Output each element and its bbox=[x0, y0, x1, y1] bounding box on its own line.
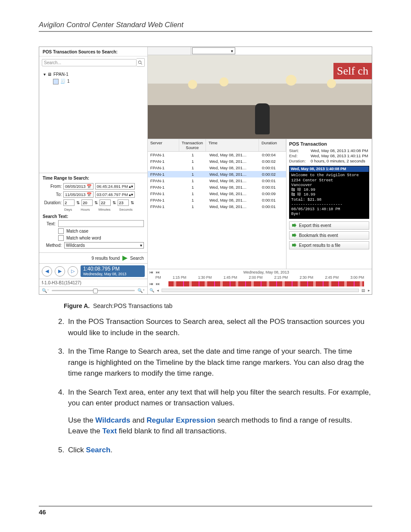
prev-button[interactable]: ◀ bbox=[42, 266, 52, 277]
timeline-tick: 2:15 PM bbox=[274, 275, 288, 280]
playback-controls: ◀ ▶ ▷ 1:40:08.795 PM Wednesday, May 08, … bbox=[39, 263, 147, 279]
timeline[interactable]: ⏮⏭ Wednesday, May 08, 2013 PM1:15 PM1:30… bbox=[148, 269, 372, 294]
timeline-first-icon[interactable]: ⏮ bbox=[149, 270, 153, 274]
page-number: 46 bbox=[39, 506, 372, 516]
method-label: Method: bbox=[43, 243, 62, 248]
to-date-input[interactable]: 11/05/2013 📅 bbox=[63, 191, 93, 198]
spinner-icon[interactable]: ▴▾ bbox=[129, 184, 133, 189]
action-button[interactable]: Bookmark this event bbox=[289, 231, 369, 240]
col-time[interactable]: Time bbox=[206, 139, 259, 151]
timeline-tick: 2:45 PM bbox=[325, 275, 339, 280]
figure-caption: Figure A. Search:POS Transactions tab bbox=[64, 302, 372, 309]
receipt-line: Bye! bbox=[291, 212, 367, 217]
match-case-label: Match case bbox=[66, 229, 88, 233]
action-button[interactable]: Export results to a file bbox=[289, 241, 369, 249]
timestamp-time: 1:40:08.795 PM bbox=[83, 266, 142, 272]
timeline-menu-icon[interactable]: ▤ bbox=[361, 288, 365, 292]
table-row[interactable]: FPAN-11Wed, May 08, 201…0:00:09 bbox=[148, 190, 286, 197]
method-select[interactable]: Wildcards▾ bbox=[64, 242, 144, 249]
results-table: Server Transaction Source Time Duration … bbox=[148, 139, 286, 269]
server-icon: 🖥 bbox=[47, 71, 52, 78]
search-text-input[interactable] bbox=[58, 220, 144, 227]
tree-root[interactable]: ▾ 🖥 FPAN-1 bbox=[44, 71, 143, 78]
search-text-label: Search Text: bbox=[43, 214, 68, 219]
table-row[interactable]: FPAN-11Wed, May 08, 201…0:00:01 bbox=[148, 177, 286, 184]
source-tree: ▾ 🖥 FPAN-1 🧾 1 bbox=[39, 68, 147, 173]
days-label: Days bbox=[64, 208, 72, 212]
table-row[interactable]: FPAN-11Wed, May 08, 201…0:00:02 bbox=[148, 158, 286, 165]
chevron-down-icon: ▾ bbox=[140, 243, 142, 248]
checkbox-icon[interactable] bbox=[53, 79, 59, 84]
match-whole-checkbox[interactable] bbox=[58, 235, 64, 241]
timeline-zoom-icon[interactable]: 🔍 bbox=[149, 288, 154, 292]
duration-seconds[interactable] bbox=[118, 199, 129, 206]
from-time-input[interactable]: 06:45:24.891 PM ▴▾ bbox=[95, 183, 135, 190]
timeline-next-icon[interactable]: ⏭ bbox=[156, 282, 160, 286]
table-row[interactable]: FPAN-11Wed, May 08, 201…0:00:02 bbox=[148, 171, 286, 177]
panel-handle[interactable] bbox=[148, 47, 191, 55]
chevron-down-icon: ▾ bbox=[231, 49, 233, 53]
from-date-input[interactable]: 08/05/2013 📅 bbox=[63, 183, 93, 190]
table-row[interactable]: FPAN-11Wed, May 08, 201…0:00:04 bbox=[148, 152, 286, 158]
results-count: 9 results found bbox=[91, 256, 120, 261]
table-row[interactable]: FPAN-11Wed, May 08, 201…0:00:01 bbox=[148, 203, 286, 210]
dur-label: Duration: bbox=[289, 159, 308, 163]
start-label: Start: bbox=[289, 148, 308, 153]
table-row[interactable]: FPAN-11Wed, May 08, 201…0:00:01 bbox=[148, 165, 286, 171]
timeline-tick: PM bbox=[156, 275, 161, 280]
layout-dropdown[interactable]: ▾ bbox=[192, 47, 235, 54]
to-time-input[interactable]: 03:07:48.797 PM ▴▾ bbox=[95, 191, 135, 198]
timeline-bar[interactable] bbox=[168, 281, 364, 286]
instruction-5: Click Search. bbox=[66, 445, 372, 456]
timestamp-box: 1:40:08.795 PM Wednesday, May 08, 2013 bbox=[81, 265, 145, 277]
search-button[interactable]: Search bbox=[130, 256, 144, 261]
svg-point-0 bbox=[139, 61, 141, 63]
timeline-scrollbar[interactable] bbox=[162, 289, 359, 292]
play-button[interactable]: ▶ bbox=[55, 266, 65, 277]
start-value: Wed, May 08, 2013 1:40:08 PM bbox=[311, 148, 368, 153]
calendar-icon[interactable]: 📅 bbox=[87, 192, 92, 197]
collapse-icon[interactable]: ▾ bbox=[44, 71, 46, 78]
video-preview[interactable]: Self ch bbox=[148, 55, 372, 139]
receipt-line: 08/05/2013 1:40:10 PM bbox=[291, 207, 367, 212]
timestamp-date: Wednesday, May 08, 2013 bbox=[83, 272, 142, 276]
receipt-header: Wed, May 08, 2013 1:40:08 PM bbox=[290, 166, 369, 172]
arrow-icon bbox=[292, 223, 296, 227]
table-row[interactable]: FPAN-11Wed, May 08, 201…0:00:01 bbox=[148, 197, 286, 203]
zoom-slider[interactable] bbox=[52, 290, 135, 291]
receipt-line: 咖 啡 10.99 bbox=[291, 193, 367, 197]
timeline-tick: 1:30 PM bbox=[198, 275, 212, 280]
action-button[interactable]: Export this event bbox=[289, 221, 369, 230]
running-header: Avigilon Control Center Standard Web Cli… bbox=[39, 21, 372, 32]
zoom-out-icon[interactable]: 🔍⁻ bbox=[42, 288, 49, 293]
receipt-line: ---------------------- bbox=[291, 202, 367, 207]
duration-days[interactable] bbox=[63, 199, 75, 206]
to-label: To: bbox=[43, 192, 62, 197]
col-server[interactable]: Server bbox=[148, 139, 179, 151]
seconds-label: Seconds bbox=[119, 208, 133, 212]
source-search-input[interactable]: Search... bbox=[42, 59, 137, 66]
minutes-label: Minutes bbox=[99, 208, 111, 212]
next-button[interactable]: ▷ bbox=[68, 266, 78, 277]
timeline-last-icon[interactable]: ⏭ bbox=[156, 270, 160, 274]
tree-child-label: 1 bbox=[67, 78, 70, 85]
duration-hours[interactable] bbox=[81, 199, 93, 206]
spinner-icon[interactable]: ▴▾ bbox=[129, 192, 133, 197]
tree-child[interactable]: 🧾 1 bbox=[44, 78, 143, 85]
match-case-checkbox[interactable] bbox=[58, 228, 64, 234]
receipt-line: 1234 Center Street bbox=[291, 178, 367, 183]
calendar-icon[interactable]: 📅 bbox=[87, 184, 92, 189]
timeline-prev-icon[interactable]: ⏮ bbox=[149, 282, 153, 286]
table-row[interactable]: FPAN-11Wed, May 08, 201…0:00:01 bbox=[148, 184, 286, 190]
col-duration[interactable]: Duration bbox=[259, 139, 286, 151]
text-label: Text: bbox=[43, 221, 56, 226]
timeline-tick: 1:45 PM bbox=[224, 275, 237, 280]
receipt-line: Total: $21.98 bbox=[291, 198, 367, 202]
col-source[interactable]: Transaction Source bbox=[179, 139, 206, 151]
instruction-3: In the Time Range to Search area, set th… bbox=[66, 346, 372, 379]
zoom-in-icon[interactable]: 🔍⁺ bbox=[137, 288, 145, 293]
instruction-list: In the POS Transaction Sources to Search… bbox=[39, 316, 372, 455]
search-icon[interactable] bbox=[137, 58, 145, 67]
details-title: POS Transaction bbox=[289, 141, 369, 146]
duration-minutes[interactable] bbox=[100, 199, 111, 206]
